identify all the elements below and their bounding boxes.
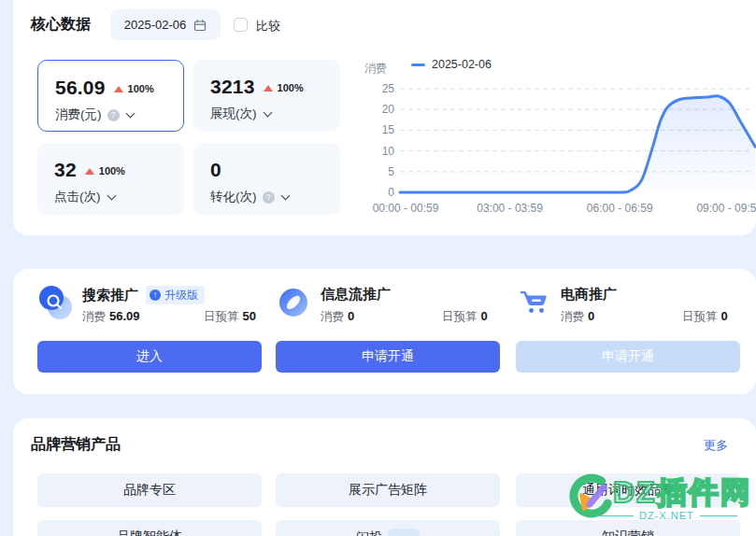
budget-value: 50	[243, 309, 256, 323]
legend-label: 2025-02-06	[432, 58, 492, 71]
feed-promotion-icon	[276, 284, 313, 321]
stat-value: 0	[210, 159, 221, 181]
upgrade-arrow-icon	[150, 289, 161, 301]
budget-value: 0	[721, 309, 728, 323]
chevron-down-icon[interactable]	[125, 108, 135, 118]
stat-label: 转化(次)	[210, 189, 257, 205]
apply-open-ecommerce-button[interactable]: 申请开通	[516, 341, 740, 373]
core-data-panel: 核心数据 2025-02-06 比较 56.09 100% 消费(元)	[13, 0, 756, 235]
stat-value: 32	[54, 159, 77, 181]
stat-value: 56.09	[55, 77, 106, 99]
stat-value: 3213	[210, 76, 255, 98]
ecommerce-promotion-icon	[516, 284, 553, 321]
more-link[interactable]: 更多	[704, 437, 728, 454]
brand-item-label: 通用词时效品专	[582, 482, 674, 497]
shantou-badge	[388, 529, 420, 536]
core-data-title: 核心数据	[31, 15, 91, 35]
calendar-icon	[193, 19, 207, 32]
help-icon[interactable]	[107, 109, 120, 121]
upgrade-badge: 升级版	[146, 286, 205, 304]
brand-item-label: 展示广告矩阵	[349, 482, 427, 497]
budget-value: 0	[481, 309, 488, 323]
compare-checkbox[interactable]	[234, 18, 248, 32]
brand-item-zhishi-yingxiao[interactable]: 知识营销	[516, 520, 740, 536]
up-triangle-icon	[264, 85, 273, 92]
product-feed-promotion: 信息流推广 消费0 日预算0 申请开通	[276, 282, 500, 381]
brand-marketing-panel: 品牌营销产品 更多 品牌专区 展示广告矩阵 通用词时效品专 品牌智能体 闪投 知…	[13, 418, 756, 536]
brand-item-label: 品牌智能体	[117, 529, 182, 536]
compare-label: 比较	[256, 18, 280, 35]
help-icon[interactable]	[263, 191, 275, 204]
svg-text:03:00 - 03:59: 03:00 - 03:59	[477, 202, 543, 215]
svg-text:10: 10	[382, 145, 395, 158]
product-name: 信息流推广	[321, 286, 391, 303]
chevron-down-icon[interactable]	[107, 190, 116, 200]
svg-text:15: 15	[382, 123, 395, 136]
consume-value: 56.09	[109, 309, 140, 323]
stat-card-impressions[interactable]: 3213 100% 展现(次)	[193, 60, 340, 132]
consume-value: 0	[348, 309, 354, 323]
stat-card-consume[interactable]: 56.09 100% 消费(元)	[37, 60, 184, 132]
consume-label: 消费	[82, 310, 106, 323]
budget-label: 日预算	[682, 310, 718, 323]
stat-delta: 100%	[278, 82, 304, 93]
consume-label: 消费	[561, 310, 584, 323]
consume-label: 消费	[321, 310, 344, 323]
stat-card-clicks[interactable]: 32 100% 点击(次)	[37, 143, 184, 215]
brand-item-label: 知识营销	[602, 529, 654, 536]
dashboard-page: 核心数据 2025-02-06 比较 56.09 100% 消费(元)	[0, 0, 756, 536]
brand-item-shantou[interactable]: 闪投	[276, 520, 500, 536]
upgrade-badge-label: 升级版	[164, 288, 198, 303]
brand-item-zhanshi-juzhen[interactable]: 展示广告矩阵	[276, 473, 500, 507]
svg-text:5: 5	[388, 165, 394, 178]
svg-text:0: 0	[388, 186, 394, 199]
product-name: 电商推广	[561, 286, 617, 303]
brand-item-zhinengti[interactable]: 品牌智能体	[37, 520, 262, 536]
stat-label: 点击(次)	[54, 189, 101, 205]
apply-open-feed-button[interactable]: 申请开通	[276, 341, 500, 373]
budget-label: 日预算	[442, 310, 478, 323]
up-triangle-icon	[85, 168, 94, 175]
svg-text:06:00 - 06:59: 06:00 - 06:59	[587, 202, 653, 215]
legend-line-icon	[411, 63, 425, 66]
chevron-down-icon[interactable]	[263, 107, 272, 117]
chart-y-axis-title: 消费	[364, 61, 387, 77]
promotion-products-panel: 搜索推广 升级版 消费56.09 日预算50 进入 信息流推广	[13, 269, 756, 394]
chart-legend-item[interactable]: 2025-02-06	[411, 58, 492, 71]
svg-text:20: 20	[382, 103, 395, 116]
svg-text:25: 25	[382, 82, 395, 95]
consume-trend-chart: 消费 2025-02-06 051015202500:00 - 00:5903:…	[363, 52, 756, 220]
brand-item-shixiao-pinzhuan[interactable]: 通用词时效品专	[516, 473, 740, 507]
budget-label: 日预算	[204, 310, 239, 323]
stat-delta: 100%	[99, 165, 125, 176]
line-chart-canvas: 051015202500:00 - 00:5903:00 - 03:5906:0…	[363, 52, 756, 220]
product-name: 搜索推广	[82, 287, 138, 304]
brand-section-title: 品牌营销产品	[31, 435, 121, 455]
product-search-promotion: 搜索推广 升级版 消费56.09 日预算50 进入	[37, 282, 262, 381]
enter-search-promotion-button[interactable]: 进入	[37, 341, 262, 373]
brand-item-pinpai-zhuanqu[interactable]: 品牌专区	[37, 473, 262, 507]
stat-label: 消费(元)	[55, 106, 102, 123]
stat-label: 展现(次)	[210, 106, 257, 122]
search-promotion-icon	[37, 284, 75, 321]
svg-text:00:00 - 00:59: 00:00 - 00:59	[373, 202, 439, 215]
product-ecommerce-promotion: 电商推广 消费0 日预算0 申请开通	[516, 282, 740, 381]
svg-text:09:00 - 09:59: 09:00 - 09:59	[696, 202, 756, 215]
brand-item-label: 闪投	[356, 529, 382, 536]
chevron-down-icon[interactable]	[280, 190, 290, 200]
consume-value: 0	[588, 309, 594, 323]
brand-item-label: 品牌专区	[123, 482, 176, 497]
date-value: 2025-02-06	[124, 18, 187, 32]
date-picker[interactable]: 2025-02-06	[110, 9, 221, 40]
stat-card-conversions[interactable]: 0 转化(次)	[193, 143, 340, 215]
up-triangle-icon	[114, 86, 123, 92]
stat-delta: 100%	[128, 83, 154, 94]
